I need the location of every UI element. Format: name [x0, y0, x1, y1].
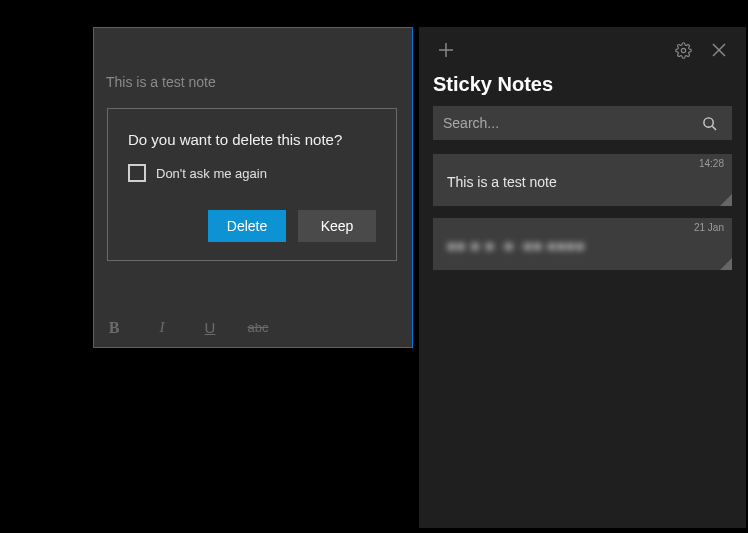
svg-point-5	[681, 48, 685, 52]
search-icon	[702, 116, 717, 131]
dialog-title: Do you want to delete this note?	[128, 131, 376, 148]
panel-title: Sticky Notes	[433, 73, 732, 96]
delete-note-dialog: Do you want to delete this note? Don't a…	[107, 108, 397, 261]
bullet-list-button[interactable]	[294, 316, 318, 340]
note-list-item[interactable]: 14:28 This is a test note	[433, 154, 732, 206]
note-list-item[interactable]: 21 Jan ■■ ■ ■ ·■ ·■■·■■■■	[433, 218, 732, 270]
note-preview-text: This is a test note	[447, 174, 718, 190]
note-format-toolbar: B I U abc	[94, 307, 412, 347]
keep-button[interactable]: Keep	[298, 210, 376, 242]
list-icon	[298, 322, 314, 334]
svg-point-8	[703, 117, 712, 126]
sticky-notes-panel: Sticky Notes 14:28 This is a test note 2…	[419, 27, 746, 528]
note-timestamp: 14:28	[699, 158, 724, 169]
note-content-text: This is a test note	[106, 74, 216, 90]
new-note-button[interactable]	[433, 37, 459, 63]
note-preview-text: ■■ ■ ■ ·■ ·■■·■■■■	[447, 238, 718, 254]
strikethrough-button[interactable]: abc	[246, 316, 270, 340]
delete-button[interactable]: Delete	[208, 210, 286, 242]
dont-ask-checkbox[interactable]	[128, 164, 146, 182]
settings-button[interactable]	[670, 37, 696, 63]
search-input[interactable]	[443, 115, 696, 131]
close-panel-button[interactable]	[706, 37, 732, 63]
dialog-button-row: Delete Keep	[128, 210, 376, 242]
panel-top-bar	[433, 33, 732, 67]
search-button[interactable]	[696, 110, 722, 136]
note-fold-corner-icon	[720, 194, 732, 206]
dont-ask-row[interactable]: Don't ask me again	[128, 164, 376, 182]
notes-list: 14:28 This is a test note 21 Jan ■■ ■ ■ …	[433, 154, 732, 270]
underline-button[interactable]: U	[198, 316, 222, 340]
gear-icon	[675, 42, 692, 59]
bold-button[interactable]: B	[102, 316, 126, 340]
dont-ask-label: Don't ask me again	[156, 166, 267, 181]
search-box[interactable]	[433, 106, 732, 140]
note-timestamp: 21 Jan	[694, 222, 724, 233]
svg-line-9	[712, 126, 716, 130]
note-fold-corner-icon	[720, 258, 732, 270]
plus-icon	[438, 42, 454, 58]
close-icon	[712, 43, 726, 57]
italic-button[interactable]: I	[150, 316, 174, 340]
